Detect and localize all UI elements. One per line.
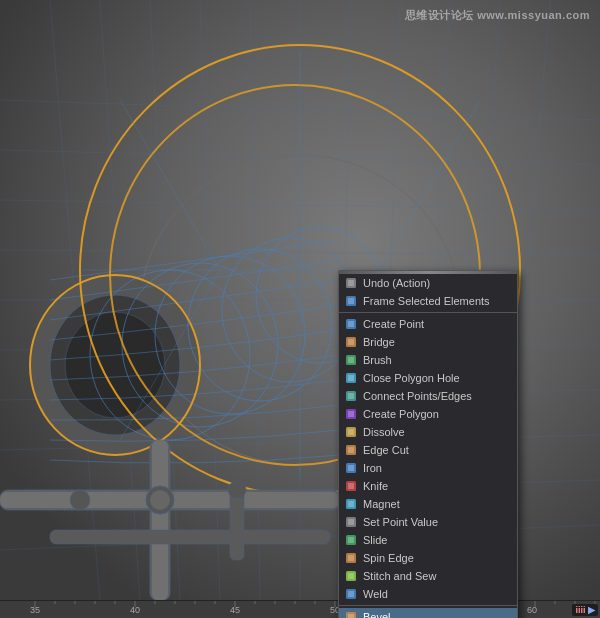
menu-item-bridge[interactable]: Bridge	[339, 333, 517, 351]
svg-rect-74	[348, 465, 354, 471]
magnet-icon	[343, 497, 359, 511]
svg-rect-66	[348, 393, 354, 399]
create-point-icon	[343, 317, 359, 331]
menu-item-stitch-sew[interactable]: Stitch and Sew	[339, 567, 517, 585]
svg-rect-72	[348, 447, 354, 453]
menu-item-brush[interactable]: Brush	[339, 351, 517, 369]
svg-point-40	[150, 490, 170, 510]
menu-item-connect-points[interactable]: Connect Points/Edges	[339, 387, 517, 405]
stitch-sew-icon	[343, 569, 359, 583]
bridge-label: Bridge	[363, 336, 395, 348]
menu-item-knife[interactable]: Knife	[339, 477, 517, 495]
menu-item-iron[interactable]: Iron	[339, 459, 517, 477]
connect-points-icon	[343, 389, 359, 403]
magnet-label: Magnet	[363, 498, 400, 510]
svg-rect-80	[348, 519, 354, 525]
slide-label: Slide	[363, 534, 387, 546]
menu-divider	[339, 605, 517, 606]
menu-item-frame[interactable]: Frame Selected Elements	[339, 292, 517, 310]
3d-viewport[interactable]: 思维设计论坛 www.missyuan.com Undo (Action) Fr…	[0, 0, 600, 618]
menu-items-list: Undo (Action) Frame Selected Elements Cr…	[339, 274, 517, 618]
menu-item-weld[interactable]: Weld	[339, 585, 517, 603]
svg-rect-88	[348, 591, 354, 597]
svg-rect-84	[348, 555, 354, 561]
svg-point-44	[70, 490, 90, 510]
svg-rect-38	[152, 440, 168, 600]
menu-item-bevel[interactable]: Bevel	[339, 608, 517, 618]
menu-item-create-polygon[interactable]: Create Polygon	[339, 405, 517, 423]
menu-item-create-point[interactable]: Create Point	[339, 315, 517, 333]
set-point-value-icon	[343, 515, 359, 529]
corner-logo: iiii ▶	[572, 604, 598, 616]
svg-rect-60	[348, 339, 354, 345]
slide-icon	[343, 533, 359, 547]
svg-rect-82	[348, 537, 354, 543]
iron-icon	[343, 461, 359, 475]
undo-label: Undo (Action)	[363, 277, 430, 289]
svg-point-43	[228, 481, 246, 499]
create-polygon-icon	[343, 407, 359, 421]
svg-rect-90	[348, 614, 354, 618]
svg-rect-68	[348, 411, 354, 417]
svg-rect-62	[348, 357, 354, 363]
svg-rect-41	[50, 530, 330, 544]
bevel-icon	[343, 610, 359, 618]
stitch-sew-label: Stitch and Sew	[363, 570, 436, 582]
menu-item-edge-cut[interactable]: Edge Cut	[339, 441, 517, 459]
svg-rect-64	[348, 375, 354, 381]
menu-item-close-polygon[interactable]: Close Polygon Hole	[339, 369, 517, 387]
frame-icon	[343, 294, 359, 308]
spin-edge-icon	[343, 551, 359, 565]
watermark: 思维设计论坛 www.missyuan.com	[405, 8, 590, 23]
knife-icon	[343, 479, 359, 493]
menu-item-spin-edge[interactable]: Spin Edge	[339, 549, 517, 567]
spin-edge-label: Spin Edge	[363, 552, 414, 564]
menu-item-set-point-value[interactable]: Set Point Value	[339, 513, 517, 531]
menu-item-magnet[interactable]: Magnet	[339, 495, 517, 513]
bevel-label: Bevel	[363, 611, 391, 618]
svg-rect-78	[348, 501, 354, 507]
bridge-icon	[343, 335, 359, 349]
context-menu: Undo (Action) Frame Selected Elements Cr…	[338, 270, 518, 618]
menu-divider	[339, 312, 517, 313]
create-polygon-label: Create Polygon	[363, 408, 439, 420]
svg-rect-58	[348, 321, 354, 327]
svg-rect-56	[348, 298, 354, 304]
connect-points-label: Connect Points/Edges	[363, 390, 472, 402]
weld-icon	[343, 587, 359, 601]
dissolve-label: Dissolve	[363, 426, 405, 438]
brush-icon	[343, 353, 359, 367]
edge-cut-icon	[343, 443, 359, 457]
iron-label: Iron	[363, 462, 382, 474]
edge-cut-label: Edge Cut	[363, 444, 409, 456]
frame-label: Frame Selected Elements	[363, 295, 490, 307]
menu-item-slide[interactable]: Slide	[339, 531, 517, 549]
undo-icon	[343, 276, 359, 290]
set-point-value-label: Set Point Value	[363, 516, 438, 528]
knife-label: Knife	[363, 480, 388, 492]
dissolve-icon	[343, 425, 359, 439]
menu-item-dissolve[interactable]: Dissolve	[339, 423, 517, 441]
close-polygon-label: Close Polygon Hole	[363, 372, 460, 384]
svg-rect-70	[348, 429, 354, 435]
svg-rect-76	[348, 483, 354, 489]
menu-item-undo[interactable]: Undo (Action)	[339, 274, 517, 292]
svg-rect-86	[348, 573, 354, 579]
svg-point-25	[65, 312, 165, 418]
weld-label: Weld	[363, 588, 388, 600]
close-polygon-icon	[343, 371, 359, 385]
brush-label: Brush	[363, 354, 392, 366]
svg-rect-54	[348, 280, 354, 286]
svg-rect-42	[230, 490, 244, 560]
create-point-label: Create Point	[363, 318, 424, 330]
